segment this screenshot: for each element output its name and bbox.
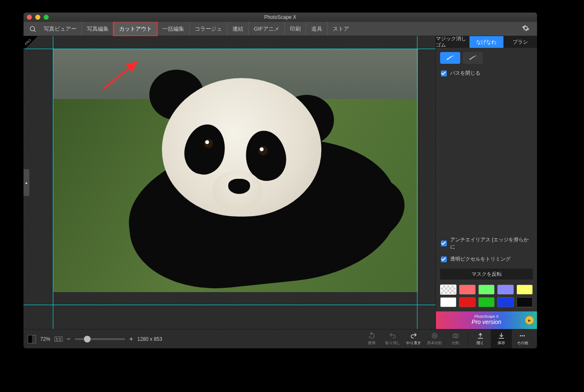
main-tabbar: 写真ビュアー写真編集カットアウト一括編集コラージュ連結GIFアニメ印刷道具ストア xyxy=(23,22,537,36)
promo-arrow-icon: ▸ xyxy=(525,316,534,324)
svg-point-9 xyxy=(520,335,521,337)
zoom-in-button[interactable]: + xyxy=(129,335,133,343)
compare-button[interactable]: 比較 xyxy=(445,329,466,348)
pro-badge: PRO xyxy=(23,36,44,56)
tool-tab-2[interactable]: ブラシ xyxy=(503,36,537,48)
restore-button[interactable]: 復帰 xyxy=(361,329,382,348)
promo-line1: PhotoScape X xyxy=(472,315,501,319)
main-tab-3[interactable]: 一括編集 xyxy=(157,22,189,36)
promo-line2: Pro version xyxy=(472,319,501,325)
guide-vertical[interactable] xyxy=(53,36,53,329)
close-path-label: パスを閉じる xyxy=(450,70,480,77)
redo-button[interactable]: やり直す xyxy=(403,329,424,348)
checkbox-icon xyxy=(441,71,447,76)
svg-text:+: + xyxy=(447,57,449,61)
main-tab-4[interactable]: コラージュ xyxy=(189,22,227,36)
antialias-label: アンチエイリアス (エッジを滑らかに xyxy=(450,236,532,251)
svg-point-5 xyxy=(432,333,437,338)
bg-swatch-2[interactable] xyxy=(478,285,495,295)
close-path-checkbox[interactable]: パスを閉じる xyxy=(436,68,537,80)
main-tab-9[interactable]: ストア xyxy=(327,22,354,36)
titlebar: PhotoScape X xyxy=(23,13,537,22)
window-title: PhotoScape X xyxy=(23,14,537,20)
bg-swatch-1[interactable] xyxy=(459,285,475,295)
expand-sidebar-handle[interactable]: ▸ xyxy=(23,169,29,196)
image-canvas[interactable] xyxy=(53,49,418,292)
svg-point-11 xyxy=(524,335,525,337)
background-toggle-icon[interactable] xyxy=(28,335,36,343)
bg-swatch-9[interactable] xyxy=(516,297,533,307)
side-panel: マジック消しゴムなげなわブラシ + − パスを閉じる アンチエイリアス (エッジ… xyxy=(435,36,537,329)
trim-transparent-checkbox[interactable]: 透明ピクセルをトリミング xyxy=(436,254,537,266)
footer-bar: 72% 1:1 − + 1280 x 853 復帰 取り消し やり直す 原本比較… xyxy=(23,329,537,348)
trim-transparent-label: 透明ピクセルをトリミング xyxy=(450,256,511,263)
save-button[interactable]: 保存 xyxy=(491,329,512,348)
minimize-window-button[interactable] xyxy=(35,15,40,20)
pro-version-promo[interactable]: PhotoScape X Pro version ▸ xyxy=(436,311,537,329)
zoom-level: 72% xyxy=(40,336,50,342)
main-tab-8[interactable]: 道具 xyxy=(306,22,327,36)
original-compare-button[interactable]: 原本比較 xyxy=(424,329,445,348)
window-controls xyxy=(27,15,49,20)
checkbox-icon xyxy=(441,256,447,262)
main-tab-0[interactable]: 写真ビュアー xyxy=(39,22,81,36)
antialias-checkbox[interactable]: アンチエイリアス (エッジを滑らかに xyxy=(436,235,537,254)
main-tab-1[interactable]: 写真編集 xyxy=(81,22,114,36)
settings-gear-icon[interactable] xyxy=(518,24,534,33)
zoom-slider[interactable] xyxy=(75,338,125,340)
one-to-one-button[interactable]: 1:1 xyxy=(55,337,63,342)
guide-horizontal[interactable] xyxy=(23,49,435,49)
bg-swatch-6[interactable] xyxy=(459,297,475,307)
lasso-add-button[interactable]: + xyxy=(440,52,460,64)
bg-swatch-7[interactable] xyxy=(478,297,495,307)
svg-point-6 xyxy=(434,335,436,337)
bg-swatch-8[interactable] xyxy=(497,297,514,307)
main-tab-6[interactable]: GIFアニメ xyxy=(248,22,284,36)
open-button[interactable]: 開く xyxy=(470,329,491,348)
bg-swatch-5[interactable] xyxy=(440,297,456,307)
guide-vertical[interactable] xyxy=(417,36,417,329)
tool-tab-1[interactable]: なげなわ xyxy=(469,36,503,48)
guide-horizontal[interactable] xyxy=(23,305,435,305)
bg-swatch-4[interactable] xyxy=(516,285,533,295)
invert-mask-button[interactable]: マスクを反転 xyxy=(440,269,533,280)
svg-text:−: − xyxy=(469,57,472,61)
undo-button[interactable]: 取り消し xyxy=(382,329,403,348)
close-window-button[interactable] xyxy=(27,15,32,20)
canvas-area[interactable]: PRO ▸ xyxy=(23,36,435,329)
main-tab-2[interactable]: カットアウト xyxy=(114,22,157,36)
svg-point-10 xyxy=(522,335,523,337)
svg-line-1 xyxy=(34,30,36,32)
zoom-window-button[interactable] xyxy=(44,15,49,20)
image-dimensions: 1280 x 853 xyxy=(137,336,162,342)
lasso-subtract-button[interactable]: − xyxy=(463,52,483,64)
svg-point-0 xyxy=(30,26,35,31)
checkbox-icon xyxy=(441,240,447,246)
more-button[interactable]: その他 xyxy=(512,329,533,348)
zoom-out-button[interactable]: − xyxy=(67,335,70,343)
main-tab-7[interactable]: 印刷 xyxy=(284,22,306,36)
bg-swatch-3[interactable] xyxy=(497,285,514,295)
main-tab-5[interactable]: 連結 xyxy=(227,22,248,36)
app-window: PhotoScape X 写真ビュアー写真編集カットアウト一括編集コラージュ連結… xyxy=(23,13,537,348)
app-logo-icon[interactable] xyxy=(27,23,39,35)
tool-tab-0[interactable]: マジック消しゴム xyxy=(436,36,469,48)
bg-swatch-0[interactable] xyxy=(440,285,456,295)
